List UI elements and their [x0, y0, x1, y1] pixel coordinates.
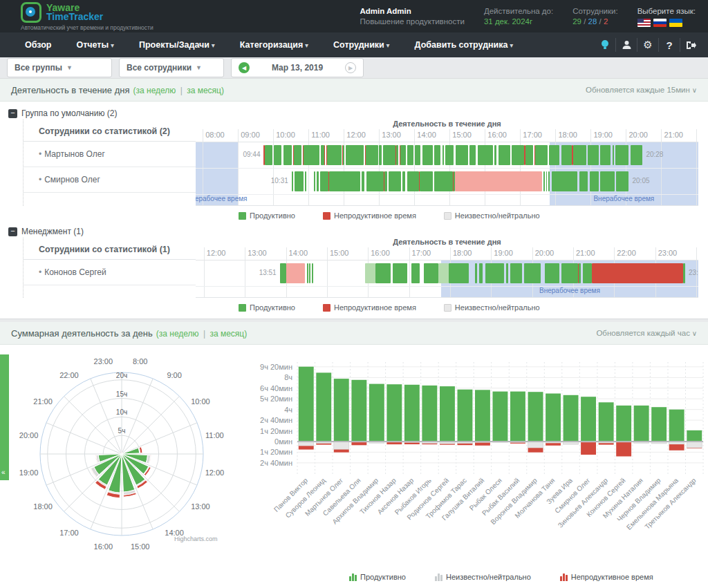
- sidebar-collapse-toggle[interactable]: «: [0, 354, 9, 480]
- chevron-down-icon: ▼: [196, 64, 202, 71]
- panel1-title: Деятельность в течение дня: [11, 85, 130, 95]
- employee-row-martynov[interactable]: Мартынов Олег: [24, 142, 196, 167]
- svg-text:5ч: 5ч: [118, 427, 126, 435]
- legend-neutral-label: Неизвестно/нейтрально: [446, 573, 531, 581]
- paren: ): [221, 86, 224, 95]
- svg-text:9:00: 9:00: [167, 371, 181, 379]
- paren: ): [244, 329, 247, 339]
- person-icon[interactable]: [615, 38, 637, 52]
- timeline2-title: Деятельность в течение дня: [196, 238, 698, 247]
- legend-unproductive-label: Непродуктивное время: [334, 211, 416, 220]
- nav-employees[interactable]: Сотрудники: [321, 40, 402, 50]
- nav-overview[interactable]: Обзор: [12, 40, 64, 50]
- logout-icon[interactable]: [680, 38, 701, 52]
- legend-neutral-label: Неизвестно/нейтрально: [455, 303, 540, 312]
- legend-neutral-label: Неизвестно/нейтрально: [455, 211, 540, 220]
- separator: /: [599, 17, 602, 26]
- logo-timetracker: TimeTracker: [46, 12, 103, 21]
- svg-text:10ч: 10ч: [116, 408, 127, 416]
- highcharts-credit: Highcharts.com: [174, 535, 218, 542]
- legend-productive[interactable]: Продуктивно: [349, 573, 406, 581]
- group1-timeline-table: Сотрудники со статистикой (2) Мартынов О…: [0, 120, 708, 206]
- panel2-title: Суммарная деятельность за день: [11, 328, 153, 339]
- license-label: Действительна до:: [484, 6, 553, 17]
- timeline1-legend: Продуктивно Непродуктивное время Неизвес…: [239, 211, 708, 220]
- employees-active: 28: [588, 17, 597, 26]
- week-view-link[interactable]: за неделю: [159, 329, 199, 339]
- mini-bars-icon: [560, 573, 568, 581]
- ukraine-flag-icon[interactable]: [669, 19, 682, 27]
- unproductive-color-swatch: [323, 212, 330, 220]
- legend-productive-label: Продуктивно: [250, 211, 295, 220]
- next-day-button[interactable]: ▶: [345, 62, 356, 73]
- lightbulb-icon[interactable]: [595, 38, 615, 52]
- svg-text:8ч: 8ч: [284, 373, 292, 381]
- refresh-interval-dropdown[interactable]: Обновляется каждые 15мин: [586, 86, 697, 94]
- groups-filter-value: Все группы: [15, 63, 62, 73]
- svg-text:23:00: 23:00: [94, 357, 113, 366]
- svg-text:20:00: 20:00: [19, 431, 39, 439]
- svg-text:12:00: 12:00: [205, 468, 225, 477]
- svg-text:8:00: 8:00: [133, 357, 147, 366]
- nav-categorization[interactable]: Категоризация: [227, 40, 321, 50]
- employee-row-smirnov[interactable]: Смирнов Олег: [24, 167, 196, 193]
- russia-flag-icon[interactable]: [653, 19, 667, 27]
- filter-bar: Все группы▼ Все сотрудники▼ ◀ Мар 13, 20…: [0, 57, 708, 79]
- summary-legend: Продуктивно Неизвестно/нейтрально Непрод…: [349, 573, 653, 581]
- svg-text:6ч 40мин: 6ч 40мин: [260, 384, 292, 392]
- svg-text:20ч: 20ч: [116, 372, 127, 379]
- group2-name[interactable]: Менеджмент (1): [21, 227, 84, 236]
- refresh-interval-dropdown[interactable]: Обновляется каждый час: [596, 329, 697, 337]
- timeline2-legend: Продуктивно Непродуктивное время Неизвес…: [239, 303, 708, 312]
- month-view-link[interactable]: за месяц: [187, 86, 221, 95]
- svg-text:18:00: 18:00: [33, 502, 53, 511]
- employee-summary-bar-chart: 9ч 20мин8ч6ч 40мин5ч 20мин4ч2ч 40мин1ч 2…: [239, 345, 708, 573]
- mini-bars-icon: [349, 573, 357, 581]
- groups-filter-dropdown[interactable]: Все группы▼: [7, 58, 112, 77]
- employees-counts: 29 / 28 / 2: [572, 17, 618, 27]
- employees-inactive: 2: [604, 17, 608, 26]
- chevron-down-icon: ▼: [66, 64, 73, 71]
- employees-filter-dropdown[interactable]: Все сотрудники▼: [119, 58, 224, 77]
- legend-unproductive-label: Непродуктивное время: [571, 573, 653, 581]
- svg-text:13:00: 13:00: [191, 502, 210, 511]
- svg-text:16:00: 16:00: [94, 542, 113, 551]
- timeline1-title: Деятельность в течение дня: [196, 120, 698, 129]
- mini-bars-icon: [435, 573, 442, 581]
- svg-text:17:00: 17:00: [59, 529, 79, 537]
- account-info[interactable]: Admin Admin Повышение продуктивности: [360, 6, 464, 27]
- license-value: 31 дек. 2024г: [484, 17, 553, 27]
- nav-projects-tasks[interactable]: Проекты/Задачи: [127, 40, 227, 50]
- employees-filter-value: Все сотрудники: [127, 63, 192, 73]
- prev-day-button[interactable]: ◀: [239, 62, 250, 73]
- svg-text:22:00: 22:00: [59, 371, 79, 379]
- employee-row-kononov[interactable]: Кононов Сергей: [24, 260, 196, 285]
- logo-tagline: Автоматический учет времени и продуктивн…: [21, 24, 153, 31]
- svg-text:9ч 20мин: 9ч 20мин: [260, 363, 292, 371]
- employees-counter: Сотрудники: 29 / 28 / 2: [572, 6, 618, 27]
- separator: |: [178, 86, 185, 95]
- collapse-group-icon[interactable]: −: [8, 227, 17, 236]
- gear-icon[interactable]: ⚙: [637, 38, 658, 52]
- logo[interactable]: Yaware TimeTracker Автоматический учет в…: [21, 2, 153, 31]
- legend-neutral[interactable]: Неизвестно/нейтрально: [435, 573, 531, 581]
- legend-unproductive[interactable]: Непродуктивное время: [560, 573, 653, 581]
- daily-summary-panel: Суммарная деятельность за день (за недел…: [0, 322, 708, 588]
- group1-name[interactable]: Группа по умолчанию (2): [21, 108, 117, 118]
- yaware-clock-logo-icon: [21, 2, 41, 23]
- group2-table-header: Сотрудники со статистикой (1): [24, 238, 196, 260]
- nav-reports[interactable]: Отчеты: [64, 40, 127, 50]
- week-view-link[interactable]: за неделю: [136, 86, 176, 95]
- app-header: Yaware TimeTracker Автоматический учет в…: [0, 0, 708, 32]
- help-icon[interactable]: ?: [658, 38, 680, 52]
- collapse-group-icon[interactable]: −: [8, 109, 17, 118]
- polar-activity-chart: 8:009:0010:0011:0012:0013:0014:0015:0016…: [11, 349, 232, 556]
- nav-add-employee[interactable]: Добавить сотрудника: [402, 40, 526, 50]
- svg-text:15ч: 15ч: [116, 390, 127, 398]
- daily-activity-panel: Деятельность в течение дня (за неделю | …: [0, 79, 708, 319]
- date-picker[interactable]: ◀ Мар 13, 2019 ▶: [231, 58, 364, 77]
- neutral-color-swatch: [444, 304, 451, 312]
- usa-flag-icon[interactable]: [637, 19, 651, 27]
- month-view-link[interactable]: за месяц: [209, 329, 244, 339]
- selected-date[interactable]: Мар 13, 2019: [272, 63, 323, 73]
